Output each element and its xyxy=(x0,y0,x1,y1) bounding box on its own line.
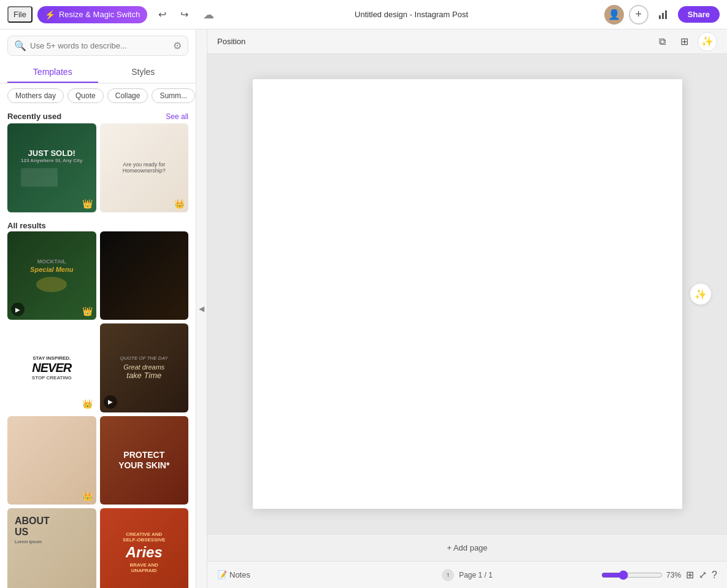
svg-rect-0 xyxy=(659,15,661,19)
crown-badge-0: 👑 xyxy=(82,199,93,209)
lightning-icon: ⚡ xyxy=(45,10,55,20)
search-bar: 🔍 ⚙ xyxy=(7,36,188,56)
crown-badge-4: 👑 xyxy=(82,491,93,501)
add-page-button[interactable]: + Add page xyxy=(207,543,727,552)
template-item-just-sold[interactable]: JUST SOLD! 123 Anywhere St, Any City 👑 xyxy=(7,123,96,212)
panel-tabs: Templates Styles xyxy=(0,62,196,83)
duplicate-page-button[interactable]: ⧉ xyxy=(653,33,671,50)
template-item-aries[interactable]: CREATIVE ANDSELF-OBSESSIVE Aries BRAVE A… xyxy=(100,508,189,588)
template-item-homeowner[interactable]: Are you ready for Homeownership? 👑 xyxy=(100,123,189,212)
notes-icon: 📝 xyxy=(217,570,227,579)
zoom-bar: 73% xyxy=(601,570,681,580)
grid-view-button[interactable]: ⊞ xyxy=(686,569,694,581)
template-item-stay-inspired[interactable]: STAY INSPIRED. NEVER STOP CREATING 👑 xyxy=(7,323,96,412)
help-button[interactable]: ? xyxy=(712,570,717,581)
zoom-slider[interactable] xyxy=(601,570,663,580)
recently-used-title: Recently used xyxy=(7,112,61,121)
crown-badge-1: 👑 xyxy=(174,199,185,209)
analytics-button[interactable] xyxy=(653,5,673,25)
zoom-label: 73% xyxy=(666,571,681,579)
tab-styles[interactable]: Styles xyxy=(98,62,189,83)
fullscreen-button[interactable]: ⤢ xyxy=(699,569,707,581)
notes-label: Notes xyxy=(229,570,250,579)
white-canvas: ✨ xyxy=(253,79,682,509)
template-item-great-dreams[interactable]: QUOTE OF THE DAY Great dreamstake Time ▶ xyxy=(100,323,189,412)
resize-magic-switch-button[interactable]: ⚡ Resize & Magic Switch xyxy=(37,6,147,23)
document-title: Untitled design - Instagram Post xyxy=(350,10,472,19)
template-scroll: Recently used See all JUST SOLD! 123 Any… xyxy=(0,108,196,588)
chip-quote[interactable]: Quote xyxy=(67,88,104,103)
chip-summer[interactable]: Summ... xyxy=(152,88,195,103)
collapse-panel-icon: ◀ xyxy=(199,304,204,313)
undo-redo-group: ↩ ↪ xyxy=(152,5,194,25)
svg-rect-1 xyxy=(662,13,664,19)
search-input[interactable] xyxy=(30,41,169,50)
analytics-icon xyxy=(658,9,669,20)
topbar: File ⚡ Resize & Magic Switch ↩ ↪ ☁ Untit… xyxy=(0,0,727,29)
add-page-section: + Add page xyxy=(207,534,727,561)
status-bar-center: ↑ Page 1 / 1 xyxy=(442,569,493,581)
see-all-link[interactable]: See all xyxy=(166,112,188,121)
recently-used-header: Recently used See all xyxy=(0,108,196,123)
chip-collage[interactable]: Collage xyxy=(107,88,148,103)
redo-button[interactable]: ↪ xyxy=(174,5,194,25)
position-label: Position xyxy=(217,37,245,46)
filter-icon[interactable]: ⚙ xyxy=(173,40,182,52)
file-menu[interactable]: File xyxy=(7,6,33,23)
notes-button[interactable]: 📝 Notes xyxy=(217,570,250,579)
ai-refresh-button[interactable]: ✨ xyxy=(690,283,712,305)
scroll-to-top[interactable]: ↑ xyxy=(442,569,454,581)
status-bar-right: 73% ⊞ ⤢ ? xyxy=(498,569,717,581)
share-button[interactable]: Share xyxy=(678,6,720,23)
status-bar-left: 📝 Notes xyxy=(217,570,437,579)
template-item-about-us[interactable]: ABOUTUS Lorem ipsum xyxy=(7,508,96,588)
chip-mothers-day[interactable]: Mothers day xyxy=(7,88,64,103)
canvas-topbar: Position ⧉ ⊞ ✨ xyxy=(207,29,727,54)
play-icon-0: ▶ xyxy=(11,303,25,316)
crown-badge-3: 👑 xyxy=(82,399,93,409)
undo-button[interactable]: ↩ xyxy=(152,5,172,25)
template-item-collage-warm[interactable]: 👑 xyxy=(7,416,96,505)
all-results-grid: MOCKTAIL Special Menu ▶ 👑 xyxy=(0,231,196,589)
all-results-label: All results xyxy=(0,217,196,231)
recently-used-grid: JUST SOLD! 123 Anywhere St, Any City 👑 A… xyxy=(0,123,196,212)
play-icon-1: ▶ xyxy=(104,395,117,409)
cloud-save-button[interactable]: ☁ xyxy=(199,5,218,25)
canvas-scroll[interactable]: ✨ xyxy=(207,54,727,534)
add-frame-button[interactable]: ⊞ xyxy=(675,33,693,50)
main-layout: 🔍 ⚙ Templates Styles Mothers day Quote C… xyxy=(0,29,727,588)
template-item-dark-collage[interactable] xyxy=(100,231,189,320)
canvas-topbar-right: ⧉ ⊞ ✨ xyxy=(653,32,717,52)
search-icon: 🔍 xyxy=(14,40,26,52)
svg-rect-2 xyxy=(665,10,667,19)
chips-row: Mothers day Quote Collage Summ... xyxy=(0,83,196,108)
topbar-right: 👤 + Share xyxy=(604,5,720,25)
template-item-protect-skin[interactable]: PROTECTYOUR SKIN* xyxy=(100,416,189,505)
template-item-mocktail[interactable]: MOCKTAIL Special Menu ▶ 👑 xyxy=(7,231,96,320)
hide-panel[interactable]: ◀ xyxy=(196,29,207,588)
tab-templates[interactable]: Templates xyxy=(7,62,98,83)
status-bar: 📝 Notes ↑ Page 1 / 1 73% ⊞ ⤢ ? xyxy=(207,561,727,588)
left-panel: 🔍 ⚙ Templates Styles Mothers day Quote C… xyxy=(0,29,196,588)
crown-badge-2: 👑 xyxy=(82,306,93,316)
canvas-area: Position ⧉ ⊞ ✨ ✨ + Add page 📝 Notes xyxy=(207,29,727,588)
ai-assist-button[interactable]: ✨ xyxy=(698,32,717,52)
page-info: Page 1 / 1 xyxy=(459,571,493,579)
canvas-topbar-left: Position xyxy=(217,37,245,46)
add-collaborator-button[interactable]: + xyxy=(629,5,648,25)
user-avatar[interactable]: 👤 xyxy=(604,5,624,25)
resize-label: Resize & Magic Switch xyxy=(59,10,140,19)
